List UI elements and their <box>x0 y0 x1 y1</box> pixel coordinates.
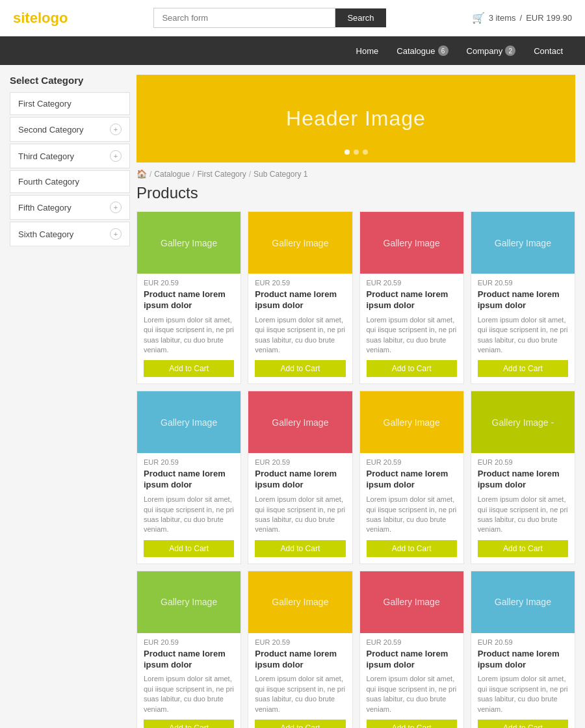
hero-section: Header Image <box>136 75 575 162</box>
expand-icon: + <box>110 150 122 162</box>
product-name: Product name lorem ipsum dolor <box>255 289 345 311</box>
expand-icon: + <box>110 202 122 213</box>
sidebar-item-second[interactable]: Second Category + <box>10 117 130 142</box>
product-desc: Lorem ipsum dolor sit amet, qui iisque s… <box>144 495 234 535</box>
sidebar-item-label: Third Category <box>18 151 74 161</box>
sidebar-item-label: Fifth Category <box>18 203 72 213</box>
product-card-4: Gallery Image EUR 20.59 Product name lor… <box>136 391 241 564</box>
product-desc: Lorem ipsum dolor sit amet, qui iisque s… <box>144 674 234 714</box>
product-name: Product name lorem ipsum dolor <box>255 649 345 671</box>
product-image[interactable]: Gallery Image <box>360 212 463 274</box>
nav-home[interactable]: Home <box>347 37 388 65</box>
add-to-cart-button[interactable]: Add to Cart <box>478 720 568 728</box>
home-icon[interactable]: 🏠 <box>136 169 147 179</box>
product-price: EUR 20.59 <box>478 458 568 466</box>
product-price: EUR 20.59 <box>144 458 234 466</box>
add-to-cart-button[interactable]: Add to Cart <box>144 720 234 728</box>
add-to-cart-button[interactable]: Add to Cart <box>144 540 234 557</box>
product-desc: Lorem ipsum dolor sit amet, qui iisque s… <box>255 315 345 356</box>
sidebar-item-third[interactable]: Third Category + <box>10 144 130 168</box>
product-image[interactable]: Gallery Image <box>137 571 240 633</box>
nav-catalogue[interactable]: Catalogue 6 <box>387 36 457 65</box>
content-area: Select Category First Category Second Ca… <box>0 65 585 728</box>
product-price: EUR 20.59 <box>367 458 457 466</box>
breadcrumb: 🏠 / Catalogue / First Category / Sub Cat… <box>136 169 575 179</box>
nav-contact[interactable]: Contact <box>525 37 572 65</box>
product-price: EUR 20.59 <box>478 279 568 287</box>
gallery-image-label: Gallery Image <box>272 597 328 607</box>
product-price: EUR 20.59 <box>144 279 234 287</box>
hero-dots <box>344 150 368 155</box>
product-name: Product name lorem ipsum dolor <box>478 289 568 311</box>
search-input[interactable] <box>153 8 335 28</box>
gallery-image-label: Gallery Image <box>272 238 328 248</box>
sidebar-item-label: Fourth Category <box>18 177 79 187</box>
gallery-image-label: Gallery Image - <box>492 417 554 428</box>
add-to-cart-button[interactable]: Add to Cart <box>367 540 457 557</box>
gallery-image-label: Gallery Image <box>384 238 440 248</box>
add-to-cart-button[interactable]: Add to Cart <box>255 720 345 728</box>
product-image[interactable]: Gallery Image - <box>471 391 575 453</box>
product-card-1: Gallery Image EUR 20.59 Product name lor… <box>248 211 352 384</box>
product-image[interactable]: Gallery Image <box>471 571 575 633</box>
product-desc: Lorem ipsum dolor sit amet, qui iisque s… <box>478 674 568 714</box>
products-section: Header Image 🏠 / Catalogue / First Categ… <box>136 75 575 728</box>
product-name: Product name lorem ipsum dolor <box>478 649 568 671</box>
product-desc: Lorem ipsum dolor sit amet, qui iisque s… <box>367 495 457 535</box>
product-name: Product name lorem ipsum dolor <box>478 469 568 491</box>
add-to-cart-button[interactable]: Add to Cart <box>478 360 568 377</box>
product-card-5: Gallery Image EUR 20.59 Product name lor… <box>248 391 352 564</box>
product-price: EUR 20.59 <box>255 279 345 287</box>
logo-main: site <box>13 10 38 26</box>
product-price: EUR 20.59 <box>367 638 457 646</box>
add-to-cart-button[interactable]: Add to Cart <box>367 720 457 728</box>
nav-company[interactable]: Company 2 <box>458 36 525 65</box>
cart-price: EUR 199.90 <box>526 13 572 23</box>
products-title: Products <box>136 184 575 202</box>
product-desc: Lorem ipsum dolor sit amet, qui iisque s… <box>367 674 457 714</box>
product-card-2: Gallery Image EUR 20.59 Product name lor… <box>359 211 464 384</box>
product-card-9: Gallery Image EUR 20.59 Product name lor… <box>248 571 352 728</box>
product-name: Product name lorem ipsum dolor <box>367 289 457 311</box>
add-to-cart-button[interactable]: Add to Cart <box>367 360 457 377</box>
product-image[interactable]: Gallery Image <box>248 571 352 633</box>
sidebar-item-fourth[interactable]: Fourth Category <box>10 170 130 193</box>
hero-banner: Header Image <box>136 75 575 162</box>
sidebar-item-fifth[interactable]: Fifth Category + <box>10 195 130 220</box>
sidebar-item-label: Sixth Category <box>18 229 73 239</box>
product-image[interactable]: Gallery Image <box>360 391 463 453</box>
add-to-cart-button[interactable]: Add to Cart <box>255 540 345 557</box>
product-image[interactable]: Gallery Image <box>137 391 240 453</box>
product-image[interactable]: Gallery Image <box>248 391 352 453</box>
add-to-cart-button[interactable]: Add to Cart <box>144 360 234 377</box>
breadcrumb-first-category[interactable]: First Category <box>197 170 246 179</box>
add-to-cart-button[interactable]: Add to Cart <box>478 540 568 557</box>
hero-dot-2[interactable] <box>354 150 359 155</box>
hero-dot-3[interactable] <box>363 150 368 155</box>
breadcrumb-catalogue[interactable]: Catalogue <box>154 170 190 179</box>
product-image[interactable]: Gallery Image <box>248 212 352 274</box>
gallery-image-label: Gallery Image <box>161 597 217 607</box>
product-image[interactable]: Gallery Image <box>471 212 575 274</box>
add-to-cart-button[interactable]: Add to Cart <box>255 360 345 377</box>
product-name: Product name lorem ipsum dolor <box>255 469 345 491</box>
search-button[interactable]: Search <box>335 8 385 27</box>
cart-items-count: 3 items <box>489 13 516 23</box>
gallery-image-label: Gallery Image <box>495 238 551 248</box>
product-card-11: Gallery Image EUR 20.59 Product name lor… <box>471 571 575 728</box>
hero-dot-1[interactable] <box>344 150 350 155</box>
product-desc: Lorem ipsum dolor sit amet, qui iisque s… <box>478 495 568 535</box>
search-area: Search <box>153 8 385 28</box>
product-image[interactable]: Gallery Image <box>360 571 463 633</box>
breadcrumb-sub-category: Sub Category 1 <box>254 170 307 179</box>
product-desc: Lorem ipsum dolor sit amet, qui iisque s… <box>367 315 457 356</box>
product-card-10: Gallery Image EUR 20.59 Product name lor… <box>359 571 464 728</box>
product-card-7: Gallery Image - EUR 20.59 Product name l… <box>471 391 575 564</box>
product-card-3: Gallery Image EUR 20.59 Product name lor… <box>471 211 575 384</box>
gallery-image-label: Gallery Image <box>384 597 440 607</box>
sidebar-item-first[interactable]: First Category <box>10 92 130 115</box>
cart-icon: 🛒 <box>472 12 485 24</box>
product-image[interactable]: Gallery Image <box>137 212 240 274</box>
product-price: EUR 20.59 <box>255 638 345 646</box>
sidebar-item-sixth[interactable]: Sixth Category + <box>10 222 130 246</box>
